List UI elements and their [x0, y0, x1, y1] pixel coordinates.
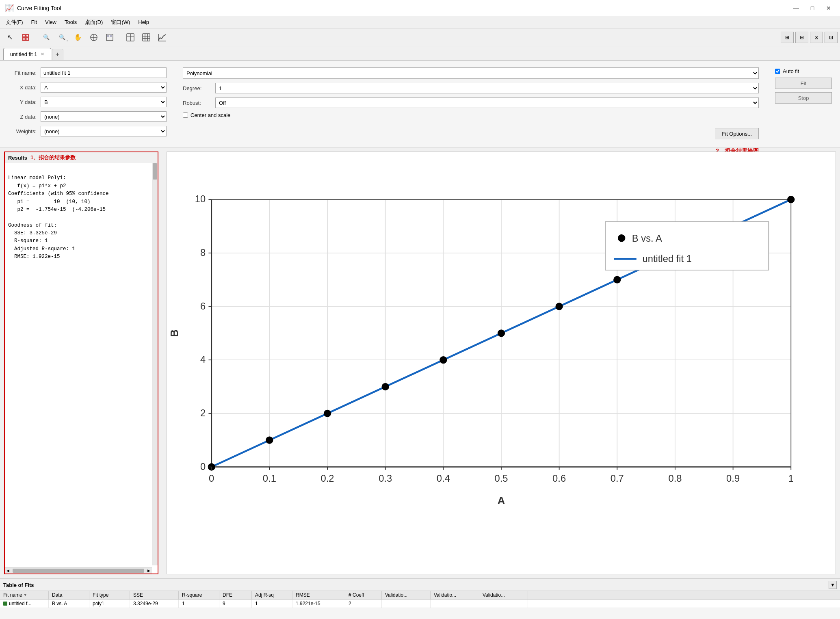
layout-btn-3[interactable]: ⊠ [810, 32, 823, 43]
cell-rmse: 1.9221e-15 [292, 600, 345, 608]
fit-options-button[interactable]: Fit Options... [715, 128, 759, 139]
pan-tool[interactable]: ✋ [71, 30, 85, 44]
col-rsq[interactable]: R-square [179, 591, 219, 599]
zoom-out-tool[interactable]: 🔍- [55, 30, 69, 44]
svg-text:0.4: 0.4 [437, 473, 450, 484]
tab-label: untitled fit 1 [10, 51, 37, 57]
col-data[interactable]: Data [49, 591, 89, 599]
autofit-label: Auto fit [783, 68, 799, 74]
cell-ncoeff: 2 [345, 600, 382, 608]
layout-btn-2[interactable]: ⊟ [795, 32, 808, 43]
line-plot-btn[interactable] [155, 30, 169, 44]
svg-rect-10 [110, 35, 112, 37]
results-title: Results [8, 155, 27, 161]
menu-tools[interactable]: Tools [61, 17, 81, 27]
tab-untitled-fit-1[interactable]: untitled fit 1 ✕ [3, 48, 51, 60]
table-view-btn[interactable] [123, 30, 138, 44]
hscroll-left[interactable]: ◀ [5, 569, 11, 573]
svg-text:0.6: 0.6 [552, 473, 566, 484]
cell-val3 [479, 600, 528, 608]
results-annotation: 1、拟合的结果参数 [30, 154, 76, 161]
autofit-row: Auto fit [775, 68, 832, 74]
svg-point-3 [23, 38, 25, 40]
svg-text:0.8: 0.8 [668, 473, 682, 484]
cell-sse: 3.3249e-29 [130, 600, 179, 608]
fit-type-select[interactable]: Polynomial [183, 67, 759, 79]
svg-point-46 [324, 410, 331, 417]
col-fittype[interactable]: Fit type [89, 591, 130, 599]
z-data-label: Z data: [8, 114, 41, 120]
minimize-button[interactable]: — [790, 2, 803, 14]
layout-btn-1[interactable]: ⊞ [781, 32, 794, 43]
col-dfe[interactable]: DFE [219, 591, 252, 599]
autofit-checkbox[interactable] [775, 69, 780, 74]
col-sse[interactable]: SSE [130, 591, 179, 599]
svg-text:0.7: 0.7 [611, 473, 624, 484]
grid-view-btn[interactable] [139, 30, 154, 44]
col-rmse[interactable]: RMSE [292, 591, 345, 599]
maximize-button[interactable]: □ [806, 2, 819, 14]
menu-bar: 文件(F) Fit View Tools 桌面(D) 窗口(W) Help [0, 16, 840, 28]
center-scale-checkbox[interactable] [183, 113, 188, 118]
brush-tool[interactable] [102, 30, 117, 44]
svg-text:0.1: 0.1 [263, 473, 276, 484]
y-data-select[interactable]: B [41, 97, 167, 107]
z-data-select[interactable]: (none) [41, 111, 167, 122]
svg-text:1: 1 [788, 473, 794, 484]
y-data-label: Y data: [8, 99, 41, 105]
degree-label: Degree: [183, 85, 215, 91]
title-bar: 📈 Curve Fitting Tool — □ ✕ [0, 0, 840, 16]
svg-text:4: 4 [200, 354, 206, 365]
zoom-in-tool[interactable]: 🔍 [39, 30, 54, 44]
results-scrollthumb[interactable] [153, 163, 157, 180]
svg-text:untitled fit 1: untitled fit 1 [642, 253, 692, 264]
col-val3[interactable]: Validatio... [479, 591, 528, 599]
svg-text:8: 8 [200, 247, 206, 258]
menu-window[interactable]: 窗口(W) [107, 17, 134, 28]
cell-val2 [431, 600, 479, 608]
chart-svg: 0 0.1 0.2 0.3 0.4 0.5 0.6 0.7 0.8 0.9 1 [167, 152, 836, 574]
col-fitname[interactable]: Fit name ▼ [0, 591, 49, 599]
menu-desktop[interactable]: 桌面(D) [81, 17, 107, 28]
cell-val1 [382, 600, 431, 608]
arrow-tool[interactable]: ↖ [2, 30, 17, 44]
app-title: Curve Fitting Tool [17, 5, 790, 11]
results-scrollbar[interactable] [152, 163, 158, 565]
robust-select[interactable]: Off On [215, 97, 759, 108]
fit-button[interactable]: Fit [775, 78, 832, 89]
menu-view[interactable]: View [41, 17, 61, 27]
stop-button[interactable]: Stop [775, 92, 832, 104]
hscroll-right[interactable]: ▶ [146, 569, 152, 573]
svg-point-4 [26, 38, 28, 40]
svg-text:A: A [498, 495, 505, 506]
tab-close-btn[interactable]: ✕ [41, 52, 44, 57]
table-collapse-btn[interactable]: ▼ [829, 581, 837, 589]
fit-name-input[interactable] [41, 67, 167, 78]
tab-add-button[interactable]: + [52, 49, 63, 60]
close-button[interactable]: ✕ [822, 2, 835, 14]
svg-point-48 [439, 356, 447, 364]
col-val1[interactable]: Validatio... [382, 591, 431, 599]
degree-select[interactable]: 1 2 3 [215, 83, 759, 93]
table-row[interactable]: untitled f... B vs. A poly1 3.3249e-29 1… [0, 600, 840, 608]
col-val2[interactable]: Validatio... [431, 591, 479, 599]
x-data-select[interactable]: A [41, 82, 167, 93]
col-adjrsq[interactable]: Adj R-sq [252, 591, 292, 599]
menu-file[interactable]: 文件(F) [2, 17, 27, 28]
hscroll-thumb[interactable] [13, 569, 144, 573]
col-ncoeff[interactable]: # Coeff [345, 591, 382, 599]
weights-select[interactable]: (none) [41, 126, 167, 136]
table-columns: Fit name ▼ Data Fit type SSE R-square DF… [0, 591, 840, 600]
menu-help[interactable]: Help [134, 17, 153, 27]
center-scale-row: Center and scale [183, 112, 759, 118]
layout-controls: ⊞ ⊟ ⊠ ⊡ [781, 32, 838, 43]
layout-btn-4[interactable]: ⊡ [825, 32, 838, 43]
menu-fit[interactable]: Fit [27, 17, 41, 27]
svg-text:B vs. A: B vs. A [632, 233, 662, 244]
svg-point-92 [618, 234, 625, 242]
robust-label: Robust: [183, 100, 215, 106]
results-panel: Results 1、拟合的结果参数 Linear model Poly1: f(… [4, 152, 158, 574]
scatter-tool[interactable] [18, 30, 33, 44]
results-hscroll[interactable]: ◀ ▶ [5, 567, 152, 574]
data-cursor-tool[interactable] [87, 30, 101, 44]
